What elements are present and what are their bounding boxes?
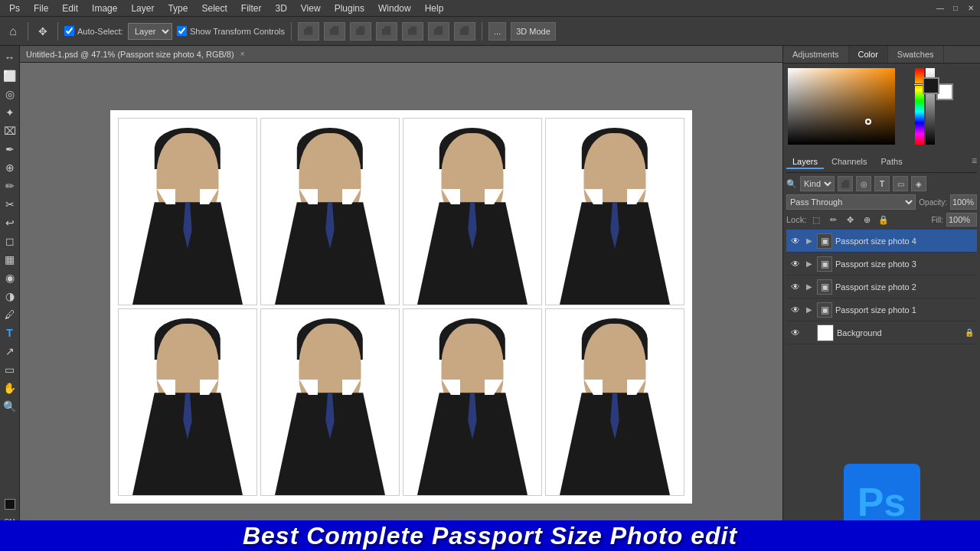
move-tool[interactable]: ✥ (34, 23, 51, 40)
healing-brush-icon[interactable]: ⊕ (2, 159, 18, 176)
layer-4-visibility[interactable]: 👁 (789, 235, 802, 247)
smart-object-icon[interactable]: ◈ (911, 176, 926, 191)
file-menu[interactable]: File (28, 2, 54, 15)
layer-menu[interactable]: Layer (125, 2, 160, 15)
layer-1-name: Passport size photo 1 (835, 305, 974, 315)
home-tool[interactable]: ⌂ (5, 23, 21, 40)
align-top-button[interactable]: ⬛ (376, 22, 397, 41)
pen-tool-icon[interactable]: 🖊 (2, 306, 18, 323)
align-center-h-button[interactable]: ⬛ (324, 22, 345, 41)
3d-menu[interactable]: 3D (269, 2, 292, 15)
more-options-button[interactable]: ... (488, 22, 506, 41)
maximize-button[interactable]: □ (949, 2, 962, 15)
opacity-input[interactable] (950, 194, 977, 210)
color-tab[interactable]: Color (849, 46, 888, 63)
brush-tool-icon[interactable]: ✏ (2, 178, 18, 194)
blend-mode-select[interactable]: Pass Through (786, 194, 916, 210)
hand-tool-icon[interactable]: ✋ (2, 380, 18, 396)
layer-2-name: Passport size photo 2 (835, 282, 974, 292)
layer-2-visibility[interactable]: 👁 (789, 281, 802, 293)
layers-tab[interactable]: Layers (786, 155, 824, 169)
pixel-layer-icon[interactable]: ⬛ (838, 176, 853, 191)
gradient-tool-icon[interactable]: ▦ (2, 251, 18, 268)
layer-background[interactable]: 👁 Background 🔒 (786, 321, 977, 344)
lock-transparent-icon[interactable]: ⬚ (809, 213, 823, 227)
layer-3-expand[interactable]: ▶ (805, 259, 814, 269)
layer-1-expand[interactable]: ▶ (805, 305, 814, 315)
3d-mode-button[interactable]: 3D Mode (511, 22, 556, 41)
help-menu[interactable]: Help (419, 2, 450, 15)
photo-cell-5 (118, 308, 257, 496)
layer-item-1[interactable]: 👁 ▶ ▣ Passport size photo 1 (786, 298, 977, 321)
plugins-menu[interactable]: Plugins (328, 2, 371, 15)
view-menu[interactable]: View (295, 2, 327, 15)
layer-item-3[interactable]: 👁 ▶ ▣ Passport size photo 3 (786, 253, 977, 276)
separator4 (482, 22, 482, 41)
paths-tab[interactable]: Paths (875, 155, 909, 169)
layer-4-expand[interactable]: ▶ (805, 236, 814, 246)
layer-item-2[interactable]: 👁 ▶ ▣ Passport size photo 2 (786, 276, 977, 298)
zoom-tool-icon[interactable]: 🔍 (2, 398, 18, 415)
close-button[interactable]: ✕ (965, 2, 977, 15)
minimize-button[interactable]: — (934, 2, 946, 15)
select-menu[interactable]: Select (195, 2, 233, 15)
layer-1-visibility[interactable]: 👁 (789, 304, 802, 316)
search-icon: 🔍 (786, 179, 797, 189)
layers-panel-menu[interactable]: ≡ (972, 155, 977, 169)
lock-all-icon[interactable]: 🔒 (877, 213, 890, 227)
lock-position-icon[interactable]: ✥ (843, 213, 857, 227)
blur-tool-icon[interactable]: ◉ (2, 269, 18, 286)
adjustments-tab[interactable]: Adjustments (783, 46, 849, 63)
color-spectrum-area[interactable] (788, 68, 895, 145)
ps-logo-text: Ps (858, 479, 906, 525)
foreground-color-swatch[interactable] (923, 77, 939, 94)
tab-close-button[interactable]: × (240, 50, 245, 58)
swatches-tab[interactable]: Swatches (888, 46, 944, 63)
layer-3-visibility[interactable]: 👁 (789, 258, 802, 270)
move-tool-icon[interactable]: ↔ (2, 49, 18, 66)
separator (28, 22, 28, 41)
edit-menu[interactable]: Edit (56, 2, 84, 15)
text-layer-icon[interactable]: T (874, 176, 890, 191)
bg-visibility[interactable]: 👁 (789, 327, 802, 339)
eraser-tool-icon[interactable]: ◻ (2, 233, 18, 249)
adjustment-layer-icon[interactable]: ◎ (856, 176, 871, 191)
kind-select[interactable]: Kind (800, 176, 835, 191)
shape-tool-icon[interactable]: ▭ (2, 361, 18, 378)
align-center-v-button[interactable]: ⬛ (402, 22, 423, 41)
shape-layer-icon[interactable]: ▭ (893, 176, 908, 191)
clone-stamp-icon[interactable]: ✂ (2, 196, 18, 213)
eyedropper-icon[interactable]: ✒ (2, 141, 18, 158)
filter-menu[interactable]: Filter (235, 2, 268, 15)
lasso-tool-icon[interactable]: ◎ (2, 86, 18, 103)
photo-cell-6 (260, 308, 400, 496)
align-right-button[interactable]: ⬛ (350, 22, 371, 41)
foreground-color-swatch[interactable] (5, 499, 15, 510)
canvas-area: Untitled-1.psd @ 47.1% (Passport size ph… (20, 46, 782, 551)
lock-pixels-icon[interactable]: ✏ (826, 213, 840, 227)
layer-2-expand[interactable]: ▶ (805, 282, 814, 292)
magic-wand-icon[interactable]: ✦ (2, 104, 18, 121)
dodge-tool-icon[interactable]: ◑ (2, 288, 18, 305)
image-menu[interactable]: Image (86, 2, 123, 15)
text-tool-icon[interactable]: T (2, 324, 18, 341)
show-transform-checkbox[interactable]: Show Transform Controls (177, 26, 285, 36)
layer-dropdown[interactable]: Layer (128, 23, 172, 40)
history-brush-icon[interactable]: ↩ (2, 214, 18, 231)
watermark-text: Best Complete Passport Size Photo edit (243, 522, 737, 550)
crop-tool-icon[interactable]: ⌧ (2, 122, 18, 139)
align-bottom-button[interactable]: ⬛ (428, 22, 449, 41)
lock-artboard-icon[interactable]: ⊕ (860, 213, 874, 227)
path-selection-icon[interactable]: ↗ (2, 343, 18, 360)
ps-menu[interactable]: Ps (3, 2, 26, 15)
marquee-tool-icon[interactable]: ⬜ (2, 67, 18, 84)
distribute-button[interactable]: ⬛ (454, 22, 475, 41)
align-left-button[interactable]: ⬛ (298, 22, 319, 41)
auto-select-checkbox[interactable]: Auto-Select: (64, 26, 123, 36)
fill-input[interactable] (946, 213, 977, 227)
window-menu[interactable]: Window (372, 2, 417, 15)
type-menu[interactable]: Type (162, 2, 194, 15)
photo-cell-7 (403, 308, 542, 496)
channels-tab[interactable]: Channels (825, 155, 873, 169)
layer-item-4[interactable]: 👁 ▶ ▣ Passport size photo 4 (786, 230, 977, 253)
